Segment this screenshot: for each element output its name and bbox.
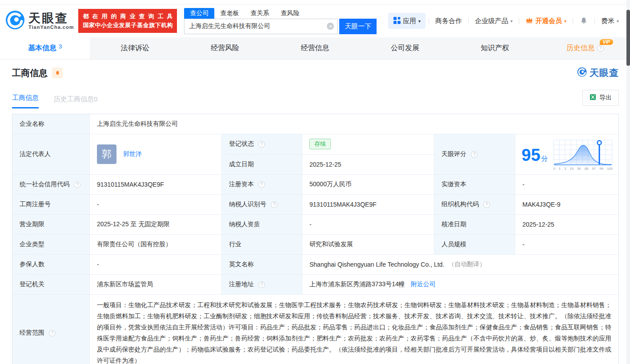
table-row: 统一社会信用代码? 91310115MAK4J3QE9F 注册资本? 50000… <box>12 174 618 194</box>
table-row: 营业期限 2025-12-25 至 无固定期限 纳税人资质 - 核准日期 202… <box>12 214 618 234</box>
score-cell: 95分 <box>515 134 618 174</box>
help-icon[interactable]: ? <box>471 151 478 158</box>
tab-legal-litigation[interactable]: 法律诉讼 <box>90 37 180 59</box>
export-button[interactable]: 导出 <box>582 90 619 106</box>
help-icon[interactable]: ? <box>258 281 265 288</box>
table-row: 企业名称 上海启生元生命科技有限公司 <box>12 114 618 134</box>
company-name-label: 企业名称 <box>12 114 89 134</box>
chevron-down-icon: ▾ <box>418 19 421 24</box>
business-term-value: 2025-12-25 至 无固定期限 <box>89 215 221 234</box>
approval-date-value: 2025-12-25 <box>515 215 618 234</box>
nav-enterprise-label: 企业级产品 <box>475 17 508 25</box>
score-distribution-chart: 0131550859799100 <box>553 140 613 171</box>
watermark-brand-text: 天眼查 <box>590 67 619 79</box>
reg-number-label: 工商注册号 <box>12 195 89 214</box>
site-logo[interactable]: 天眼查 TianYanCha.com <box>4 9 74 32</box>
help-icon[interactable]: ? <box>74 181 80 188</box>
export-button-label: 导出 <box>599 94 612 102</box>
slogan-line-1: 都在用的商业查询工具 <box>83 12 173 21</box>
section-title: 工商信息 <box>12 67 48 79</box>
english-name-label: 英文名称 <box>221 255 302 274</box>
brand-domain: TianYanCha.com <box>28 24 74 30</box>
taxpayer-id-label: 纳税人识别号? <box>221 195 302 214</box>
help-icon[interactable]: ? <box>271 201 277 208</box>
help-icon[interactable]: ? <box>258 141 265 148</box>
taxpayer-quality-value: - <box>302 215 434 234</box>
taxpayer-id-value: 91310115MAK4J3QE9F <box>302 195 434 214</box>
reg-status-cell: 存续 <box>302 134 434 154</box>
search-tab-company[interactable]: 查公司 <box>184 8 214 19</box>
reg-address-label: 注册地址? <box>221 275 302 294</box>
search-tab-relation[interactable]: 查关系 <box>245 8 275 19</box>
nav-divider <box>429 18 429 24</box>
nav-divider <box>594 18 595 24</box>
excel-icon <box>590 94 596 102</box>
chevron-down-icon: ▾ <box>510 19 513 24</box>
table-row: 工商注册号 - 纳税人识别号? 91310115MAK4J3QE9F 组织机构代… <box>12 194 618 214</box>
subtab-bar: 工商信息 历史工商信息0 导出 <box>12 90 619 108</box>
tab-intellectual-property[interactable]: 知识产权 <box>450 37 540 59</box>
site-header: 天眼查 TianYanCha.com 都在用的商业查询工具 国家中小企业发展子基… <box>0 4 630 37</box>
reg-status-label-text: 登记状态 <box>229 140 254 148</box>
score-value: 95 <box>522 146 540 164</box>
nav-open-vip[interactable]: 开通会员 ▾ <box>522 17 570 25</box>
help-icon[interactable]: ? <box>258 181 265 188</box>
reg-authority-value: 浦东新区市场监管局 <box>89 275 221 294</box>
nearby-companies-link[interactable]: 附近公司 <box>411 280 436 288</box>
org-code-label: 组织机构代码? <box>434 195 515 214</box>
nav-apps[interactable]: 应用 ▾ <box>388 13 425 29</box>
tab-operation-info[interactable]: 经营信息 <box>270 37 360 59</box>
clear-search-icon[interactable]: ✕ <box>327 23 334 30</box>
auto-translate-note: （自动翻译） <box>448 260 486 268</box>
page-top-divider <box>0 0 630 4</box>
nav-enterprise[interactable]: 企业级产品 ▾ <box>472 17 516 25</box>
chevron-down-icon: ▾ <box>564 19 566 24</box>
vip-badge: VIP <box>600 39 613 45</box>
tab-company-development[interactable]: 公司发展 <box>360 37 450 59</box>
nav-username: 费米 <box>601 17 614 25</box>
tab-history-info[interactable]: VIP 历史信息 ? <box>540 37 630 59</box>
apps-grid-icon <box>393 16 401 25</box>
business-scope-value: 一般项目：生物化工产品技术研发；工程和技术研究和试验发展；生物医学工程技术服务；… <box>89 295 618 364</box>
score-unit: 分 <box>541 155 548 162</box>
help-icon[interactable]: ? <box>597 45 604 52</box>
slogan-banner: 都在用的商业查询工具 国家中小企业发展子基金旗下机构 <box>78 9 177 33</box>
search-input[interactable] <box>184 19 338 34</box>
chevron-down-icon: ▾ <box>617 19 619 24</box>
scrollbar-thumb[interactable] <box>626 10 630 66</box>
search-button[interactable]: 天眼一下 <box>339 19 377 34</box>
tab-basic-info[interactable]: 基本信息 3 <box>0 37 90 59</box>
nav-user-menu[interactable]: 费米 ▾ <box>598 17 622 25</box>
vertical-scrollbar[interactable] <box>626 0 630 364</box>
help-icon[interactable]: ? <box>49 330 56 336</box>
approval-date-label: 核准日期 <box>434 215 515 234</box>
company-name-value: 上海启生元生命科技有限公司 <box>89 114 618 134</box>
company-type-label: 企业类型 <box>12 235 89 254</box>
english-name-value: Shanghai Qishengyuan Life Technology Co.… <box>302 255 618 274</box>
score-label-text: 天眼评分 <box>441 150 466 158</box>
search-area: 查公司 查老板 查关系 查风险 ✕ 天眼一下 <box>184 8 377 34</box>
tab-operation-risk[interactable]: 经营风险 <box>180 37 270 59</box>
company-section-tabs: 基本信息 3 法律诉讼 经营风险 经营信息 公司发展 知识产权 VIP 历史信息… <box>0 37 630 60</box>
reg-authority-label: 登记机关 <box>12 275 89 294</box>
notification-bell-icon[interactable] <box>576 16 591 25</box>
staff-size-label: 人员规模 <box>434 235 515 254</box>
monitor-bell-icon[interactable] <box>52 68 63 78</box>
legal-rep-link[interactable]: 郭世洋 <box>123 150 142 158</box>
avatar[interactable]: 郭 <box>97 144 116 164</box>
search-tab-boss[interactable]: 查老板 <box>214 8 245 19</box>
subtab-business-info[interactable]: 工商信息 <box>12 94 39 108</box>
reg-status-label: 登记状态 ? <box>222 134 302 154</box>
search-tab-risk[interactable]: 查风险 <box>275 8 305 19</box>
subtab-history-business-info[interactable]: 历史工商信息0 <box>54 95 97 108</box>
header-nav: 应用 ▾ 商务合作 企业级产品 ▾ 开通会员 ▾ <box>388 13 622 29</box>
legal-rep-label: 法定代表人 <box>12 134 89 174</box>
nav-cooperation[interactable]: 商务合作 <box>432 17 465 25</box>
paid-capital-value: - <box>515 175 618 194</box>
business-scope-label: 经营范围? <box>12 295 89 364</box>
vip-crown-icon <box>526 17 533 25</box>
insured-count-label: 参保人数 <box>12 255 89 274</box>
table-row: 企业类型 有限责任公司（国有控股） 行业 研究和试验发展 人员规模 - <box>12 234 618 254</box>
tianyancha-logo-icon <box>4 9 26 32</box>
help-icon[interactable]: ? <box>483 201 490 208</box>
